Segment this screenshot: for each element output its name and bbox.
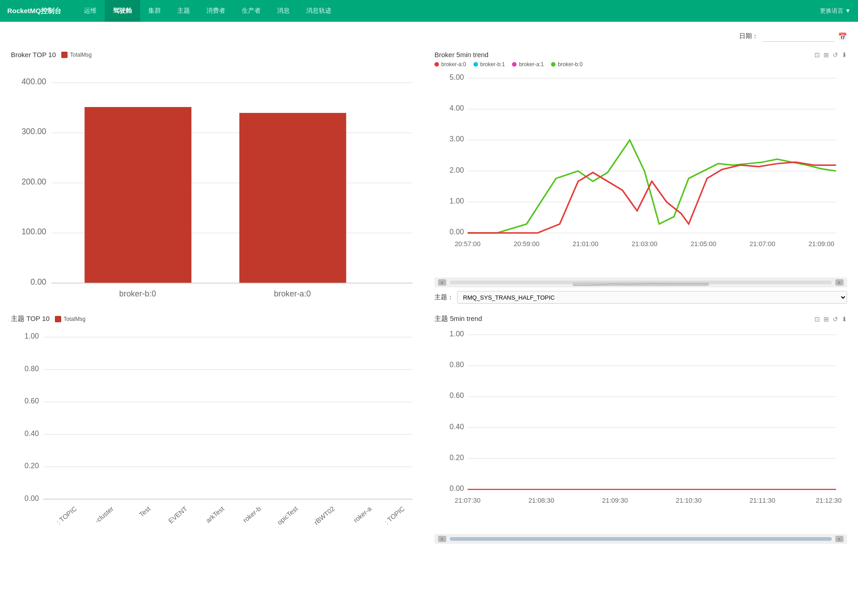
- nav-zhuti[interactable]: 主题: [169, 0, 198, 22]
- topic-5min-tools: ⊡ ⊞ ↺ ⬇: [814, 315, 847, 323]
- tool-refresh[interactable]: ↺: [833, 51, 838, 58]
- topic-5min-title: 主题 5min trend: [434, 315, 482, 323]
- broker-5min-slider[interactable]: ≡ ≡: [434, 277, 847, 287]
- tool-fullscreen[interactable]: ⊞: [824, 51, 829, 58]
- slider-right-handle[interactable]: ≡: [835, 279, 843, 286]
- svg-text:21:09:00: 21:09:00: [809, 240, 834, 247]
- topic-5min-slider[interactable]: ≡ ≡: [434, 534, 847, 544]
- svg-text:400.00: 400.00: [21, 77, 46, 86]
- broker-5min-chart: 5.00 4.00 3.00 2.00 1.00 0.00 20:57:00 2…: [434, 69, 847, 276]
- svg-text:0.60: 0.60: [449, 391, 464, 399]
- topic-tool-expand[interactable]: ⊡: [814, 315, 820, 323]
- svg-text:1.00: 1.00: [24, 332, 39, 340]
- topic-top10-svg: 1.00 0.80 0.60 0.40 0.20 0.00: [11, 327, 424, 585]
- tool-expand[interactable]: ⊡: [814, 51, 820, 58]
- topic-top10-legend-label: TotalMsg: [63, 316, 85, 322]
- broker-top10-legend-dot: [61, 52, 68, 58]
- svg-text:21:05:00: 21:05:00: [691, 240, 717, 247]
- svg-text:0.40: 0.40: [24, 429, 39, 437]
- slider-track: [450, 281, 832, 284]
- legend-label-b0: broker-b:0: [558, 61, 583, 68]
- svg-text:21:03:00: 21:03:00: [632, 240, 658, 247]
- svg-text:21:10:30: 21:10:30: [676, 497, 702, 504]
- broker-5min-tools: ⊡ ⊞ ↺ ⬇: [814, 51, 847, 58]
- legend-label-b1: broker-b:1: [480, 61, 505, 68]
- topic-top10-chart: 1.00 0.80 0.60 0.40 0.20 0.00: [11, 327, 424, 585]
- svg-text:1.00: 1.00: [449, 330, 464, 338]
- broker-top10-legend-label: TotalMsg: [70, 52, 92, 58]
- calendar-icon[interactable]: 📅: [838, 32, 847, 41]
- tool-download[interactable]: ⬇: [842, 51, 847, 58]
- broker-5min-title: Broker 5min trend: [434, 51, 488, 58]
- topic-top10-legend-dot: [55, 316, 61, 322]
- legend-broker-a0: broker-a:0: [434, 61, 466, 68]
- date-input[interactable]: [762, 31, 834, 42]
- charts-grid: Broker TOP 10 TotalMsg 400.00 300.00 200…: [11, 51, 847, 585]
- topic-5min-chart: 1.00 0.80 0.60 0.40 0.20 0.00: [434, 326, 847, 532]
- topic-tool-refresh[interactable]: ↺: [833, 315, 838, 323]
- topic-tool-fullscreen[interactable]: ⊞: [824, 315, 829, 323]
- svg-text:0.20: 0.20: [449, 453, 464, 461]
- nav-shengchanezhe[interactable]: 生产者: [234, 0, 269, 22]
- language-button[interactable]: 更换语言 ▼: [820, 7, 851, 15]
- date-label: 日期：: [739, 32, 758, 40]
- svg-text:21:09:30: 21:09:30: [602, 497, 628, 504]
- svg-text:21:12:30: 21:12:30: [816, 497, 842, 504]
- slider-left-handle[interactable]: ≡: [438, 279, 446, 286]
- main-content: 日期： 📅 Broker TOP 10 TotalMsg 400.00 300.…: [0, 22, 858, 594]
- svg-text:0.20: 0.20: [24, 461, 39, 470]
- nav-xiaoxi[interactable]: 消息: [269, 0, 298, 22]
- nav-xiaofeizhe[interactable]: 消费者: [198, 0, 234, 22]
- topic-row: 主题： RMQ_SYS_TRANS_HALF_TOPIC: [434, 291, 847, 304]
- legend-broker-a1: broker-a:1: [512, 61, 544, 68]
- svg-text:21:07:30: 21:07:30: [455, 497, 481, 504]
- topic-tool-download[interactable]: ⬇: [842, 315, 847, 323]
- svg-text:rBWT02: rBWT02: [313, 505, 336, 526]
- svg-text:21:07:00: 21:07:00: [750, 240, 775, 247]
- svg-text:0.00: 0.00: [24, 494, 39, 502]
- svg-text:opicTest: opicTest: [276, 505, 299, 526]
- svg-text:broker-a:0: broker-a:0: [274, 289, 311, 298]
- svg-text:100.00: 100.00: [21, 227, 46, 236]
- broker-5min-card: Broker 5min trend ⊡ ⊞ ↺ ⬇ broker-a:0 bro…: [434, 51, 847, 304]
- svg-text:0.00: 0.00: [449, 484, 464, 492]
- svg-text:-cluster: -cluster: [93, 505, 115, 524]
- nav-xiaoxiguiji[interactable]: 消息轨迹: [298, 0, 340, 22]
- svg-text:4.00: 4.00: [449, 104, 464, 112]
- svg-text:20:59:00: 20:59:00: [514, 240, 540, 247]
- nav-yunwei[interactable]: 运维: [76, 0, 105, 22]
- legend-broker-b1: broker-b:1: [473, 61, 505, 68]
- broker-5min-legends: broker-a:0 broker-b:1 broker-a:1 broker-…: [434, 61, 847, 68]
- topic-top10-title: 主题 TOP 10: [11, 315, 49, 323]
- topic-slider-left[interactable]: ≡: [438, 536, 446, 542]
- svg-text:Test: Test: [138, 505, 152, 518]
- svg-text:arkTest: arkTest: [205, 505, 225, 524]
- svg-text:200.00: 200.00: [21, 177, 46, 186]
- bar-broker-a0: [239, 113, 346, 283]
- svg-rect-32: [573, 282, 709, 286]
- svg-text:0.80: 0.80: [449, 360, 464, 369]
- legend-dot-b0: [551, 62, 556, 67]
- broker-top10-chart: 400.00 300.00 200.00 100.00 0.00: [11, 62, 424, 298]
- svg-text:EVENT: EVENT: [167, 505, 189, 525]
- topic-select[interactable]: RMQ_SYS_TRANS_HALF_TOPIC: [457, 291, 847, 304]
- nav-jiqun[interactable]: 集群: [140, 0, 169, 22]
- topic-slider-right[interactable]: ≡: [835, 536, 843, 542]
- topic-top10-header: 主题 TOP 10 TotalMsg: [11, 315, 424, 323]
- legend-broker-b0: broker-b:0: [551, 61, 583, 68]
- svg-text:roker-a: roker-a: [352, 504, 373, 524]
- svg-text:2.00: 2.00: [449, 166, 464, 174]
- broker-5min-svg: 5.00 4.00 3.00 2.00 1.00 0.00 20:57:00 2…: [434, 69, 847, 276]
- topic-top10-card: 主题 TOP 10 TotalMsg 1.00 0.80 0.60 0.40 0…: [11, 315, 424, 585]
- svg-text:20:57:00: 20:57:00: [455, 240, 481, 247]
- svg-text:0.00: 0.00: [449, 228, 464, 236]
- broker-top10-title: Broker TOP 10: [11, 51, 56, 58]
- navigation: RocketMQ控制台 运维 驾驶舱 集群 主题 消费者 生产者 消息 消息轨迹…: [0, 0, 858, 22]
- svg-text:21:01:00: 21:01:00: [573, 240, 599, 247]
- svg-text:300.00: 300.00: [21, 127, 46, 136]
- svg-text:0.80: 0.80: [24, 364, 39, 373]
- line-broker-b0: [468, 140, 836, 233]
- broker-top10-card: Broker TOP 10 TotalMsg 400.00 300.00 200…: [11, 51, 424, 304]
- date-row: 日期： 📅: [11, 31, 847, 42]
- nav-jiashicang[interactable]: 驾驶舱: [105, 0, 140, 22]
